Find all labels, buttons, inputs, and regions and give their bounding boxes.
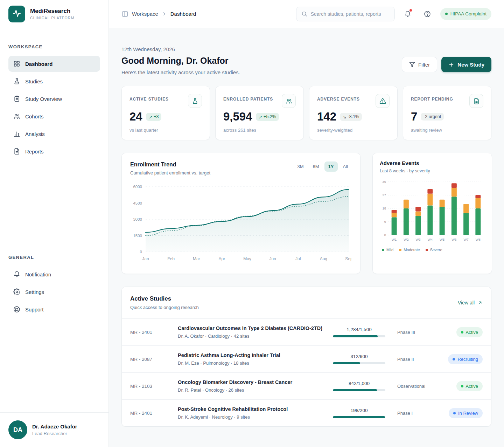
study-row[interactable]: MR - 2103 Oncology Biomarker Discovery -… [122, 372, 491, 399]
study-info: Cardiovascular Outcomes in Type 2 Diabet… [178, 325, 324, 339]
sidebar-item-settings[interactable]: Settings [8, 284, 100, 300]
time-range-selector: 3M 6M 1Y All [294, 161, 352, 172]
search-input[interactable] [311, 11, 390, 17]
stat-subtext: severity-weighted [317, 128, 390, 133]
study-row[interactable]: MR - 2401 Post-Stroke Cognitive Rehabili… [122, 399, 491, 426]
moderate-dot [399, 249, 401, 251]
filter-button-label: Filter [418, 62, 430, 68]
status-dot [453, 412, 456, 414]
brand-tagline: CLINICAL PLATFORM [30, 16, 75, 20]
range-button-3m[interactable]: 3M [294, 161, 308, 172]
header-actions: Filter New Study [402, 57, 491, 72]
status-dot [453, 358, 455, 360]
grid-icon [13, 60, 20, 67]
range-button-1y[interactable]: 1Y [324, 161, 338, 172]
flask-icon [13, 78, 20, 85]
brand-name: MediResearch [30, 8, 75, 15]
sidebar-item-support[interactable]: Support [8, 301, 100, 317]
study-title: Pediatric Asthma Long-Acting Inhaler Tri… [178, 352, 324, 358]
svg-text:Jul: Jul [295, 256, 301, 261]
sidebar-item-label: Dashboard [25, 61, 52, 67]
stat-label: ENROLLED PATIENTS [223, 94, 273, 102]
range-button-all[interactable]: All [339, 161, 352, 172]
legend-item-mild: Mild [382, 248, 393, 252]
study-code: MR - 2401 [130, 411, 169, 416]
bell-icon [13, 271, 20, 278]
clipboard-icon [13, 95, 20, 102]
legend-item-moderate: Moderate [399, 248, 420, 252]
trend-down-icon: ↘ [343, 114, 346, 119]
sidebar: WORKSPACE Dashboard Studies Study Overvi… [0, 28, 109, 447]
adverse-events-card: Adverse Events Last 8 weeks · by severit… [372, 153, 492, 274]
study-meta: Dr. A. Okafor · Cardiology · 42 sites [178, 333, 324, 339]
app-window: MediResearch CLINICAL PLATFORM Workspace… [0, 0, 504, 447]
status-badge: Active [456, 327, 483, 337]
user-card[interactable]: DA Dr. Adaeze Okafor Lead Researcher [0, 412, 108, 447]
progress-track [333, 362, 385, 364]
range-button-6m[interactable]: 6M [309, 161, 323, 172]
svg-text:Aug: Aug [320, 256, 327, 261]
progress-label: 312/600 [333, 354, 385, 359]
svg-text:W4: W4 [428, 238, 433, 241]
stat-urgent-badge: 2 urgent [421, 113, 444, 121]
sidebar-item-label: Settings [25, 289, 44, 295]
chart-legend: Mild Moderate Severe [380, 248, 485, 252]
section-subtitle: Quick access to ongoing research [130, 305, 199, 310]
svg-text:Sep: Sep [345, 256, 352, 261]
sidebar-toggle-icon[interactable] [121, 11, 128, 18]
notifications-button[interactable] [401, 7, 414, 21]
workspace-section-label: WORKSPACE [8, 44, 100, 49]
global-search[interactable] [296, 7, 395, 21]
stat-card-report-pending: REPORT PENDING 7 2 urgent awaiting revie… [403, 86, 491, 140]
brand-header: MediResearch CLINICAL PLATFORM [0, 0, 109, 28]
breadcrumb-workspace[interactable]: Workspace [132, 11, 158, 17]
study-row[interactable]: MR - 2087 Pediatric Asthma Long-Acting I… [122, 345, 491, 372]
breadcrumb-dashboard[interactable]: Dashboard [170, 11, 196, 17]
enrollment-progress: 1,284/1,500 [333, 327, 385, 337]
svg-text:4500: 4500 [133, 201, 142, 205]
bar-chart-icon [13, 130, 20, 137]
sidebar-item-analysis[interactable]: Analysis [8, 126, 100, 142]
svg-text:0: 0 [384, 233, 386, 237]
enrollment-progress: 842/1,000 [333, 381, 385, 391]
sidebar-nav: WORKSPACE Dashboard Studies Study Overvi… [0, 28, 108, 412]
sidebar-item-label: Study Overview [25, 96, 62, 102]
sidebar-item-studies[interactable]: Studies [8, 73, 100, 89]
view-all-link[interactable]: View all [458, 300, 483, 305]
new-study-button[interactable]: New Study [441, 57, 491, 72]
severe-dot [426, 249, 428, 251]
enrollment-trend-card: Enrollment Trend Cumulative patient enro… [121, 153, 360, 274]
adverse-events-chart: 09182736W1W2W3W4W5W6W7W8 [380, 179, 485, 243]
svg-text:W1: W1 [392, 238, 397, 241]
progress-label: 842/1,000 [333, 381, 385, 386]
stat-value: 7 [411, 110, 417, 123]
sidebar-item-cohorts[interactable]: Cohorts [8, 108, 100, 124]
avatar: DA [8, 420, 27, 439]
help-button[interactable] [421, 7, 434, 21]
stats-grid: ACTIVE STUDIES 24 ↗+3 vs last quarter EN… [121, 86, 491, 140]
sidebar-item-dashboard[interactable]: Dashboard [8, 56, 100, 72]
sidebar-item-label: Studies [25, 78, 43, 84]
brand-logo [8, 6, 25, 22]
bell-icon [404, 11, 411, 18]
search-icon [301, 11, 307, 17]
sidebar-item-label: Notification [25, 271, 51, 277]
sidebar-item-reports[interactable]: Reports [8, 143, 100, 159]
user-info: Dr. Adaeze Okafor Lead Researcher [32, 424, 77, 436]
filter-button[interactable]: Filter [402, 57, 437, 72]
status-dot [445, 13, 448, 15]
study-row[interactable]: MR - 2401 Cardiovascular Outcomes in Typ… [122, 318, 491, 345]
status-badge: Recruiting [448, 354, 483, 364]
chart-head-text: Enrollment Trend Cumulative patient enro… [130, 161, 210, 176]
stat-value: 142 [317, 110, 336, 123]
study-phase: Phase I [397, 411, 436, 416]
chart-title: Enrollment Trend [130, 161, 210, 168]
sidebar-item-study-overview[interactable]: Study Overview [8, 91, 100, 107]
sidebar-item-notification[interactable]: Notification [8, 266, 100, 282]
mild-dot [382, 249, 384, 251]
study-title: Cardiovascular Outcomes in Type 2 Diabet… [178, 325, 324, 331]
trend-up-icon: ↗ [259, 114, 262, 119]
activity-icon [12, 9, 21, 19]
study-phase: Phase III [397, 330, 436, 335]
study-phase: Phase II [397, 357, 436, 362]
